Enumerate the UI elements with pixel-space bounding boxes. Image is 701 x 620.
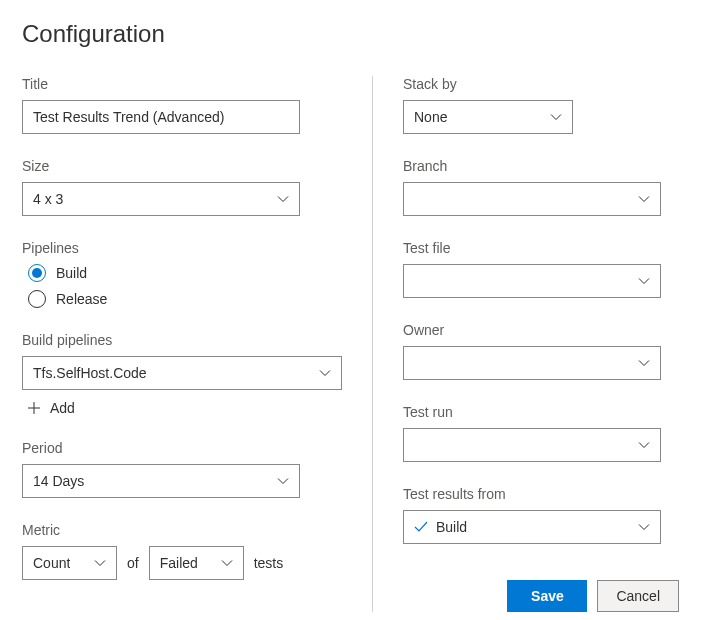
title-input[interactable]: [22, 100, 300, 134]
chevron-down-icon: [638, 439, 650, 451]
test-run-label: Test run: [403, 404, 679, 420]
metric-status-dropdown[interactable]: Failed: [149, 546, 244, 580]
test-file-label: Test file: [403, 240, 679, 256]
stack-by-value: None: [414, 109, 447, 125]
chevron-down-icon: [638, 193, 650, 205]
cancel-button[interactable]: Cancel: [597, 580, 679, 612]
build-pipelines-label: Build pipelines: [22, 332, 342, 348]
size-dropdown[interactable]: 4 x 3: [22, 182, 300, 216]
test-results-from-label: Test results from: [403, 486, 679, 502]
radio-build[interactable]: Build: [28, 264, 342, 282]
chevron-down-icon: [638, 521, 650, 533]
add-label: Add: [50, 400, 75, 416]
metric-status-value: Failed: [160, 555, 198, 571]
radio-unchecked-icon: [28, 290, 46, 308]
metric-tests-text: tests: [254, 555, 284, 571]
chevron-down-icon: [94, 557, 106, 569]
branch-label: Branch: [403, 158, 679, 174]
page-title: Configuration: [22, 20, 679, 48]
plus-icon: [26, 400, 42, 416]
title-label: Title: [22, 76, 342, 92]
radio-release[interactable]: Release: [28, 290, 342, 308]
test-results-from-dropdown[interactable]: Build: [403, 510, 661, 544]
radio-build-label: Build: [56, 265, 87, 281]
test-results-from-value: Build: [436, 519, 467, 535]
metric-label: Metric: [22, 522, 342, 538]
branch-dropdown[interactable]: [403, 182, 661, 216]
period-value: 14 Days: [33, 473, 84, 489]
owner-dropdown[interactable]: [403, 346, 661, 380]
chevron-down-icon: [319, 367, 331, 379]
size-label: Size: [22, 158, 342, 174]
size-value: 4 x 3: [33, 191, 63, 207]
period-dropdown[interactable]: 14 Days: [22, 464, 300, 498]
chevron-down-icon: [277, 193, 289, 205]
chevron-down-icon: [221, 557, 233, 569]
save-button[interactable]: Save: [507, 580, 587, 612]
build-pipelines-value: Tfs.SelfHost.Code: [33, 365, 147, 381]
owner-label: Owner: [403, 322, 679, 338]
period-label: Period: [22, 440, 342, 456]
chevron-down-icon: [638, 357, 650, 369]
check-icon: [414, 521, 428, 533]
add-pipeline-button[interactable]: Add: [22, 400, 342, 416]
radio-release-label: Release: [56, 291, 107, 307]
test-file-dropdown[interactable]: [403, 264, 661, 298]
metric-count-value: Count: [33, 555, 70, 571]
chevron-down-icon: [638, 275, 650, 287]
pipelines-label: Pipelines: [22, 240, 342, 256]
stack-by-dropdown[interactable]: None: [403, 100, 573, 134]
metric-of-text: of: [127, 555, 139, 571]
test-run-dropdown[interactable]: [403, 428, 661, 462]
radio-checked-icon: [28, 264, 46, 282]
chevron-down-icon: [550, 111, 562, 123]
stack-by-label: Stack by: [403, 76, 679, 92]
chevron-down-icon: [277, 475, 289, 487]
build-pipelines-dropdown[interactable]: Tfs.SelfHost.Code: [22, 356, 342, 390]
metric-count-dropdown[interactable]: Count: [22, 546, 117, 580]
